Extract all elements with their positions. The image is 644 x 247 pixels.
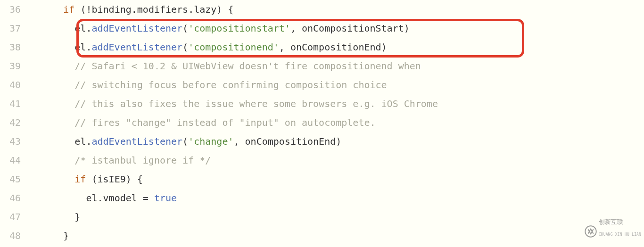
indent (29, 173, 74, 185)
line-number: 42 (0, 113, 21, 132)
line-number: 38 (0, 38, 21, 57)
brace: } (74, 211, 80, 222)
keyword-if: if (74, 173, 86, 185)
code-text: , onCompositionEnd) (279, 41, 387, 53)
code-line: /* istanbul ignore if */ (29, 151, 644, 170)
code-text: (!binding.modifiers.lazy) { (74, 4, 233, 15)
logo-icon (585, 225, 597, 238)
line-number: 44 (0, 151, 21, 170)
code-text: , onCompositionStart) (290, 23, 410, 34)
line-number: 36 (0, 0, 21, 19)
code-text: , onCompositionEnd) (233, 136, 341, 147)
comment: // switching focus before confirming com… (74, 79, 387, 91)
line-number: 37 (0, 19, 21, 38)
method: addEventListener (91, 41, 182, 53)
brace: } (63, 230, 69, 241)
indent (29, 23, 74, 34)
indent (29, 79, 74, 91)
identifier: el.vmodel = (86, 192, 154, 204)
code-line: if (isIE9) { (29, 170, 644, 189)
line-number: 41 (0, 94, 21, 113)
watermark-subtext: CHUANG XIN HU LIAN (599, 225, 641, 244)
indent (29, 211, 74, 222)
code-line: // Safari < 10.2 & UIWebView doesn't fir… (29, 57, 644, 75)
code-line: el.addEventListener('compositionstart', … (29, 19, 644, 38)
identifier: el. (74, 23, 91, 34)
code-line: // this also fixes the issue where some … (29, 94, 644, 113)
code-line: el.addEventListener('change', onComposit… (29, 132, 644, 151)
line-number: 40 (0, 75, 21, 94)
line-number: 48 (0, 226, 21, 245)
code-line: } (29, 207, 644, 226)
code-text: (isIE9) { (86, 173, 142, 185)
indent (29, 230, 63, 241)
svg-point-0 (585, 226, 596, 237)
code-line: } (29, 226, 644, 245)
method: addEventListener (91, 23, 182, 34)
code-line: // fires "change" instead of "input" on … (29, 113, 644, 132)
comment: // Safari < 10.2 & UIWebView doesn't fir… (74, 60, 421, 72)
code-editor: 36 37 38 39 40 41 42 43 44 45 46 47 48 i… (0, 0, 644, 247)
comment: // this also fixes the issue where some … (74, 98, 438, 109)
code-area: if (!binding.modifiers.lazy) { el.addEve… (29, 0, 644, 247)
indent (29, 155, 74, 166)
line-number: 46 (0, 189, 21, 207)
boolean: true (154, 192, 177, 204)
indent (29, 117, 74, 128)
indent (29, 98, 74, 109)
indent (29, 60, 74, 72)
paren: ( (182, 41, 188, 53)
line-number: 47 (0, 207, 21, 226)
identifier: el. (74, 136, 91, 147)
string: 'change' (188, 136, 233, 147)
identifier: el. (74, 41, 91, 53)
paren: ( (182, 23, 188, 34)
string: 'compositionstart' (188, 23, 290, 34)
paren: ( (182, 136, 188, 147)
code-line: el.addEventListener('compositionend', on… (29, 38, 644, 57)
watermark-text: 创新互联 (599, 219, 641, 225)
code-line: el.vmodel = true (29, 189, 644, 207)
indent (29, 192, 86, 204)
comment: // fires "change" instead of "input" on … (74, 117, 375, 128)
comment: /* istanbul ignore if */ (74, 155, 211, 166)
indent (29, 136, 74, 147)
code-line: // switching focus before confirming com… (29, 75, 644, 94)
method: addEventListener (91, 136, 182, 147)
code-line: if (!binding.modifiers.lazy) { (29, 0, 644, 19)
string: 'compositionend' (188, 41, 279, 53)
indent (29, 4, 63, 15)
line-number-gutter: 36 37 38 39 40 41 42 43 44 45 46 47 48 (0, 0, 29, 247)
line-number: 45 (0, 170, 21, 189)
watermark: 创新互联 CHUANG XIN HU LIAN (585, 219, 641, 244)
keyword-if: if (63, 4, 74, 15)
line-number: 39 (0, 57, 21, 75)
indent (29, 41, 74, 53)
line-number: 43 (0, 132, 21, 151)
